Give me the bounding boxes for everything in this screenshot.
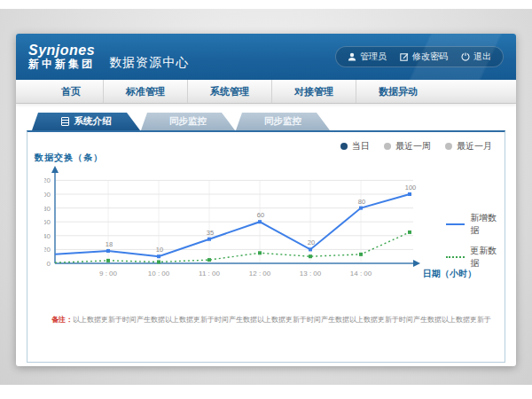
tab-sync-monitor-1[interactable]: 同步监控	[141, 113, 235, 130]
tab-system-intro[interactable]: 系统介绍	[32, 113, 140, 130]
tab-label: 同步监控	[264, 115, 301, 128]
svg-text:20: 20	[44, 246, 51, 254]
time-range-filter: 当日 最近一周 最近一月	[340, 140, 492, 153]
svg-text:60: 60	[257, 211, 264, 219]
nav-item-home[interactable]: 首页	[39, 80, 103, 103]
chart-legend: 新增数据 更新数据	[446, 212, 505, 270]
radio-last-month[interactable]: 最近一月	[445, 140, 492, 153]
radio-label: 最近一月	[457, 140, 492, 153]
svg-text:10: 10	[156, 246, 163, 254]
radio-dot	[340, 143, 348, 150]
tab-label: 系统介绍	[74, 115, 112, 128]
svg-text:100: 100	[44, 191, 51, 199]
line-chart: 0204060801001209 : 0010 : 0011 : 0012 : …	[44, 166, 420, 288]
svg-text:0: 0	[47, 260, 51, 268]
edit-icon	[400, 52, 409, 61]
content-panel: 当日 最近一周 最近一月 数据交换（条） 0204060801001209 : …	[27, 130, 505, 363]
svg-text:35: 35	[207, 229, 214, 237]
radio-last-week[interactable]: 最近一周	[384, 140, 431, 153]
user-name-label: 管理员	[360, 51, 387, 63]
tab-strip: 系统介绍 同步监控 同步监控	[32, 113, 516, 130]
legend-label: 更新数据	[470, 245, 505, 270]
logo-text-cn: 新中新集团	[28, 59, 95, 70]
svg-text:14 : 00: 14 : 00	[350, 270, 372, 278]
user-menu[interactable]: 管理员	[348, 51, 387, 63]
logo-text-en: Synjones	[28, 43, 95, 59]
svg-text:120: 120	[44, 176, 51, 184]
radio-dot	[384, 143, 391, 150]
svg-text:100: 100	[405, 184, 417, 192]
change-password-button[interactable]: 修改密码	[400, 51, 448, 63]
svg-text:18: 18	[106, 240, 113, 248]
footnote: 备注：以上数据更新于时间产生数据以上数据更新于时间产生数据以上数据更新于时间产生…	[51, 315, 505, 325]
nav-item-interface-mgmt[interactable]: 对接管理	[271, 80, 356, 103]
radio-today[interactable]: 当日	[340, 140, 370, 153]
svg-text:20: 20	[308, 239, 315, 246]
company-logo: Synjones 新中新集团	[28, 43, 95, 69]
tab-sync-monitor-2[interactable]: 同步监控	[236, 113, 330, 130]
logout-button[interactable]: 退出	[461, 51, 491, 63]
y-axis-title: 数据交换（条）	[35, 152, 103, 164]
change-password-label: 修改密码	[412, 51, 448, 63]
svg-text:13 : 00: 13 : 00	[300, 270, 322, 278]
legend-item-updated-data: 更新数据	[446, 245, 505, 270]
user-icon	[348, 52, 356, 61]
radio-dot	[445, 143, 452, 150]
page-title: 数据资源中心	[109, 55, 189, 71]
footnote-body: 以上数据更新于时间产生数据以上数据更新于时间产生数据以上数据更新于时间产生数据以…	[73, 316, 491, 324]
app-header: Synjones 新中新集团 数据资源中心 管理员 修改密码 退出	[16, 34, 516, 80]
nav-item-system-mgmt[interactable]: 系统管理	[187, 80, 271, 103]
svg-text:80: 80	[44, 205, 51, 213]
user-toolbar: 管理员 修改密码 退出	[335, 46, 504, 67]
legend-item-new-data: 新增数据	[446, 212, 505, 237]
main-nav: 首页 标准管理 系统管理 对接管理 数据异动	[16, 80, 516, 104]
svg-text:12 : 00: 12 : 00	[249, 270, 271, 278]
line-chart-svg: 0204060801001209 : 0010 : 0011 : 0012 : …	[44, 166, 420, 285]
svg-text:80: 80	[358, 198, 365, 206]
legend-label: 新增数据	[470, 212, 505, 237]
nav-item-standard-mgmt[interactable]: 标准管理	[103, 80, 187, 103]
app-window: Synjones 新中新集团 数据资源中心 管理员 修改密码 退出 首页 标准管…	[16, 34, 516, 366]
legend-line-solid	[446, 223, 465, 225]
svg-text:10 : 00: 10 : 00	[148, 270, 170, 278]
legend-line-dotted	[446, 256, 465, 258]
logout-label: 退出	[473, 51, 491, 63]
svg-text:60: 60	[44, 218, 51, 226]
nav-item-data-change[interactable]: 数据异动	[356, 80, 440, 103]
radio-label: 最近一周	[395, 140, 431, 153]
tab-label: 同步监控	[169, 115, 207, 128]
svg-text:9 : 00: 9 : 00	[99, 270, 118, 278]
radio-label: 当日	[352, 140, 370, 153]
footnote-prefix: 备注：	[51, 316, 73, 324]
document-icon	[61, 117, 69, 126]
power-icon	[461, 52, 470, 61]
x-axis-title: 日期（小时）	[423, 268, 476, 280]
svg-text:11 : 00: 11 : 00	[199, 270, 220, 278]
svg-text:40: 40	[44, 232, 51, 240]
